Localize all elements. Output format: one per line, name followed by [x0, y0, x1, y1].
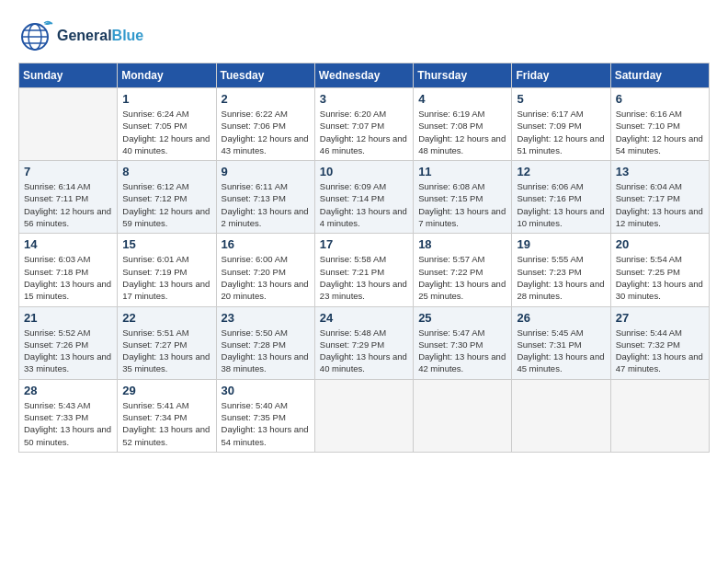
day-info: Sunrise: 5:43 AM Sunset: 7:33 PM Dayligh…	[24, 399, 112, 448]
daylight-text: Daylight: 12 hours and 56 minutes.	[24, 205, 112, 230]
day-info: Sunrise: 6:01 AM Sunset: 7:19 PM Dayligh…	[122, 253, 210, 302]
daylight-text: Daylight: 12 hours and 40 minutes.	[122, 132, 210, 157]
day-info: Sunrise: 6:17 AM Sunset: 7:09 PM Dayligh…	[517, 108, 605, 156]
calendar-day-cell: 21 Sunrise: 5:52 AM Sunset: 7:26 PM Dayl…	[19, 306, 118, 379]
sunrise-text: Sunrise: 5:57 AM	[418, 253, 506, 265]
daylight-text: Daylight: 12 hours and 46 minutes.	[320, 132, 408, 157]
daylight-text: Daylight: 13 hours and 54 minutes.	[222, 423, 310, 448]
sunset-text: Sunset: 7:12 PM	[122, 192, 210, 204]
sunset-text: Sunset: 7:31 PM	[517, 339, 605, 350]
daylight-text: Daylight: 12 hours and 51 minutes.	[517, 132, 605, 157]
logo-globe-icon	[18, 18, 55, 53]
calendar-day-cell	[414, 379, 512, 452]
sunrise-text: Sunrise: 6:08 AM	[418, 180, 506, 192]
day-number: 4	[418, 92, 506, 106]
day-number: 15	[122, 237, 210, 251]
daylight-text: Daylight: 13 hours and 17 minutes.	[122, 278, 210, 303]
sunset-text: Sunset: 7:33 PM	[24, 411, 112, 423]
calendar-day-cell: 5 Sunrise: 6:17 AM Sunset: 7:09 PM Dayli…	[512, 88, 610, 161]
sunrise-text: Sunrise: 5:40 AM	[222, 399, 310, 411]
day-info: Sunrise: 5:57 AM Sunset: 7:22 PM Dayligh…	[418, 253, 506, 302]
sunset-text: Sunset: 7:15 PM	[418, 192, 506, 204]
day-info: Sunrise: 5:52 AM Sunset: 7:26 PM Dayligh…	[24, 327, 112, 375]
sunrise-text: Sunrise: 6:01 AM	[122, 253, 210, 265]
weekday-header: Saturday	[610, 63, 709, 88]
sunrise-text: Sunrise: 5:52 AM	[24, 327, 112, 339]
calendar-day-cell: 29 Sunrise: 5:41 AM Sunset: 7:34 PM Dayl…	[118, 379, 216, 452]
sunrise-text: Sunrise: 5:54 AM	[616, 253, 704, 265]
calendar-day-cell: 14 Sunrise: 6:03 AM Sunset: 7:18 PM Dayl…	[19, 234, 118, 306]
calendar-day-cell: 13 Sunrise: 6:04 AM Sunset: 7:17 PM Dayl…	[610, 161, 709, 234]
calendar-day-cell: 9 Sunrise: 6:11 AM Sunset: 7:13 PM Dayli…	[216, 161, 314, 234]
day-number: 2	[222, 92, 310, 106]
sunset-text: Sunset: 7:17 PM	[616, 192, 704, 204]
day-number: 7	[24, 165, 112, 178]
calendar-day-cell: 17 Sunrise: 5:58 AM Sunset: 7:21 PM Dayl…	[314, 234, 413, 306]
day-number: 17	[320, 237, 408, 251]
day-info: Sunrise: 6:24 AM Sunset: 7:05 PM Dayligh…	[122, 108, 210, 156]
calendar-day-cell: 26 Sunrise: 5:45 AM Sunset: 7:31 PM Dayl…	[512, 306, 610, 379]
calendar-day-cell: 23 Sunrise: 5:50 AM Sunset: 7:28 PM Dayl…	[216, 306, 314, 379]
sunrise-text: Sunrise: 5:41 AM	[122, 399, 210, 411]
daylight-text: Daylight: 13 hours and 38 minutes.	[222, 350, 310, 375]
sunset-text: Sunset: 7:22 PM	[418, 266, 506, 278]
calendar-day-cell	[512, 379, 610, 452]
day-number: 16	[222, 237, 310, 251]
sunset-text: Sunset: 7:19 PM	[122, 266, 210, 278]
weekday-header: Thursday	[414, 63, 512, 88]
sunset-text: Sunset: 7:05 PM	[122, 120, 210, 132]
calendar-day-cell: 8 Sunrise: 6:12 AM Sunset: 7:12 PM Dayli…	[118, 161, 216, 234]
sunset-text: Sunset: 7:30 PM	[418, 339, 506, 350]
day-info: Sunrise: 6:06 AM Sunset: 7:16 PM Dayligh…	[517, 180, 605, 229]
sunset-text: Sunset: 7:09 PM	[517, 120, 605, 132]
day-info: Sunrise: 5:47 AM Sunset: 7:30 PM Dayligh…	[418, 327, 506, 375]
sunrise-text: Sunrise: 6:24 AM	[122, 108, 210, 120]
daylight-text: Daylight: 13 hours and 52 minutes.	[122, 423, 210, 448]
day-info: Sunrise: 6:14 AM Sunset: 7:11 PM Dayligh…	[24, 180, 112, 229]
day-info: Sunrise: 6:19 AM Sunset: 7:08 PM Dayligh…	[418, 108, 506, 156]
day-number: 12	[517, 165, 605, 178]
sunrise-text: Sunrise: 6:12 AM	[122, 180, 210, 192]
day-number: 5	[517, 92, 605, 106]
calendar-day-cell	[19, 88, 118, 161]
calendar-day-cell: 4 Sunrise: 6:19 AM Sunset: 7:08 PM Dayli…	[414, 88, 512, 161]
sunrise-text: Sunrise: 5:43 AM	[24, 399, 112, 411]
sunrise-text: Sunrise: 5:48 AM	[320, 327, 408, 339]
sunrise-text: Sunrise: 5:45 AM	[517, 327, 605, 339]
day-number: 14	[24, 237, 112, 251]
calendar-day-cell: 27 Sunrise: 5:44 AM Sunset: 7:32 PM Dayl…	[610, 306, 709, 379]
day-number: 18	[418, 237, 506, 251]
daylight-text: Daylight: 13 hours and 30 minutes.	[616, 278, 704, 303]
daylight-text: Daylight: 13 hours and 40 minutes.	[320, 350, 408, 375]
day-number: 26	[517, 311, 605, 325]
sunset-text: Sunset: 7:28 PM	[222, 339, 310, 350]
daylight-text: Daylight: 13 hours and 10 minutes.	[517, 205, 605, 230]
sunrise-text: Sunrise: 5:51 AM	[122, 327, 210, 339]
day-number: 20	[616, 237, 704, 251]
day-info: Sunrise: 5:55 AM Sunset: 7:23 PM Dayligh…	[517, 253, 605, 302]
calendar-day-cell: 19 Sunrise: 5:55 AM Sunset: 7:23 PM Dayl…	[512, 234, 610, 306]
calendar-day-cell: 6 Sunrise: 6:16 AM Sunset: 7:10 PM Dayli…	[610, 88, 709, 161]
day-number: 25	[418, 311, 506, 325]
sunrise-text: Sunrise: 5:55 AM	[517, 253, 605, 265]
day-number: 8	[122, 165, 210, 178]
day-info: Sunrise: 6:04 AM Sunset: 7:17 PM Dayligh…	[616, 180, 704, 229]
sunset-text: Sunset: 7:10 PM	[616, 120, 704, 132]
sunrise-text: Sunrise: 5:47 AM	[418, 327, 506, 339]
sunrise-text: Sunrise: 5:44 AM	[616, 327, 704, 339]
page-header: GeneralBlue	[18, 18, 710, 53]
sunrise-text: Sunrise: 6:17 AM	[517, 108, 605, 120]
daylight-text: Daylight: 13 hours and 15 minutes.	[24, 278, 112, 303]
day-number: 3	[320, 92, 408, 106]
calendar-day-cell: 16 Sunrise: 6:00 AM Sunset: 7:20 PM Dayl…	[216, 234, 314, 306]
daylight-text: Daylight: 13 hours and 20 minutes.	[222, 278, 310, 303]
sunrise-text: Sunrise: 6:11 AM	[222, 180, 310, 192]
daylight-text: Daylight: 12 hours and 43 minutes.	[222, 132, 310, 157]
day-number: 11	[418, 165, 506, 178]
daylight-text: Daylight: 13 hours and 25 minutes.	[418, 278, 506, 303]
weekday-header: Monday	[118, 63, 216, 88]
day-number: 29	[122, 384, 210, 397]
daylight-text: Daylight: 12 hours and 48 minutes.	[418, 132, 506, 157]
day-info: Sunrise: 5:54 AM Sunset: 7:25 PM Dayligh…	[616, 253, 704, 302]
sunset-text: Sunset: 7:08 PM	[418, 120, 506, 132]
